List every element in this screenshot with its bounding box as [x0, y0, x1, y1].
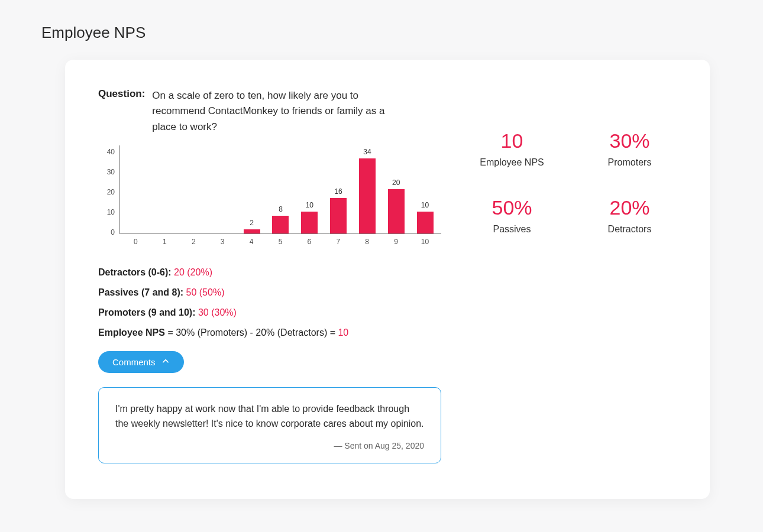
comment-text: I'm pretty happy at work now that I'm ab… — [115, 402, 424, 432]
y-tick: 0 — [98, 228, 115, 236]
bar — [330, 198, 347, 233]
right-column: 10 Employee NPS 30% Promoters 50% Passiv… — [465, 88, 677, 463]
question-row: Question: On a scale of zero to ten, how… — [98, 88, 441, 135]
bar — [417, 212, 434, 234]
bar-value-label: 16 — [334, 187, 342, 196]
question-label: Question: — [98, 88, 145, 135]
x-tick: 5 — [270, 238, 291, 246]
nps-bar-chart: 403020100 281016342010 012345678910 — [98, 145, 441, 252]
x-tick: 8 — [357, 238, 377, 246]
nps-formula-line: Employee NPS = 30% (Promoters) - 20% (De… — [98, 327, 441, 338]
metric-detractors: 20% Detractors — [583, 196, 677, 235]
x-tick: 3 — [212, 238, 233, 246]
nps-formula-mid: = 30% (Promoters) - 20% (Detractors) = — [165, 327, 338, 338]
bar-value-label: 34 — [363, 148, 371, 156]
y-tick: 30 — [98, 168, 115, 176]
left-column: Question: On a scale of zero to ten, how… — [98, 88, 441, 463]
bar — [301, 212, 318, 234]
y-tick: 40 — [98, 148, 115, 156]
x-tick: 2 — [183, 238, 204, 246]
x-tick: 9 — [386, 238, 406, 246]
metric-detractors-value: 20% — [583, 196, 677, 219]
promoters-line: Promoters (9 and 10): 30 (30%) — [98, 307, 441, 318]
nps-formula-lhs: Employee NPS — [98, 327, 165, 338]
x-tick: 4 — [241, 238, 262, 246]
nps-formula-result: 10 — [338, 327, 348, 338]
chart-plot: 281016342010 012345678910 — [119, 145, 441, 252]
metrics-grid: 10 Employee NPS 30% Promoters 50% Passiv… — [465, 129, 677, 235]
promoters-label: Promoters (9 and 10): — [98, 307, 195, 317]
metric-nps-value: 10 — [465, 129, 559, 153]
comments-toggle-button[interactable]: Comments — [98, 351, 184, 373]
metric-promoters-value: 30% — [583, 129, 677, 153]
detractors-line: Detractors (0-6): 20 (20%) — [98, 267, 441, 278]
metric-nps-label: Employee NPS — [465, 157, 559, 168]
metric-passives-label: Passives — [465, 224, 559, 235]
detractors-value: 20 (20%) — [174, 267, 212, 277]
metric-promoters: 30% Promoters — [583, 129, 677, 168]
metric-passives: 50% Passives — [465, 196, 559, 235]
question-text: On a scale of zero to ten, how likely ar… — [152, 88, 395, 135]
bar-value-label: 20 — [392, 179, 400, 187]
passives-value: 50 (50%) — [186, 287, 225, 297]
bar-value-label: 10 — [306, 201, 313, 209]
promoters-value: 30 (30%) — [198, 307, 237, 317]
bar-value-label: 10 — [421, 201, 429, 209]
passives-line: Passives (7 and 8): 50 (50%) — [98, 287, 441, 298]
bar — [359, 158, 376, 234]
x-tick: 0 — [125, 238, 146, 246]
x-tick: 1 — [154, 238, 175, 246]
metric-passives-value: 50% — [465, 196, 559, 219]
comment-box: I'm pretty happy at work now that I'm ab… — [98, 387, 441, 463]
bar-value-label: 2 — [250, 219, 254, 227]
y-tick: 10 — [98, 208, 115, 216]
passives-label: Passives (7 and 8): — [98, 287, 183, 297]
x-tick: 7 — [328, 238, 348, 246]
comments-button-label: Comments — [112, 357, 156, 367]
metric-promoters-label: Promoters — [583, 157, 677, 168]
x-tick: 10 — [415, 238, 435, 246]
nps-card: Question: On a scale of zero to ten, how… — [65, 60, 710, 499]
comment-meta: — Sent on Aug 25, 2020 — [115, 440, 424, 453]
bar — [244, 229, 260, 234]
chevron-up-icon — [161, 357, 170, 367]
y-axis: 403020100 — [98, 148, 115, 236]
page-title: Employee NPS — [41, 24, 722, 42]
x-axis: 012345678910 — [119, 234, 441, 246]
comment-meta-prefix: — Sent on — [334, 441, 374, 450]
comment-date: Aug 25, 2020 — [375, 441, 424, 450]
y-tick: 20 — [98, 188, 115, 196]
chart-bars: 281016342010 — [119, 145, 441, 234]
x-tick: 6 — [299, 238, 319, 246]
metric-nps: 10 Employee NPS — [465, 129, 559, 168]
bar — [388, 189, 405, 233]
metric-detractors-label: Detractors — [583, 224, 677, 235]
bar-value-label: 8 — [279, 205, 283, 213]
bar — [272, 216, 289, 233]
detractors-label: Detractors (0-6): — [98, 267, 172, 277]
